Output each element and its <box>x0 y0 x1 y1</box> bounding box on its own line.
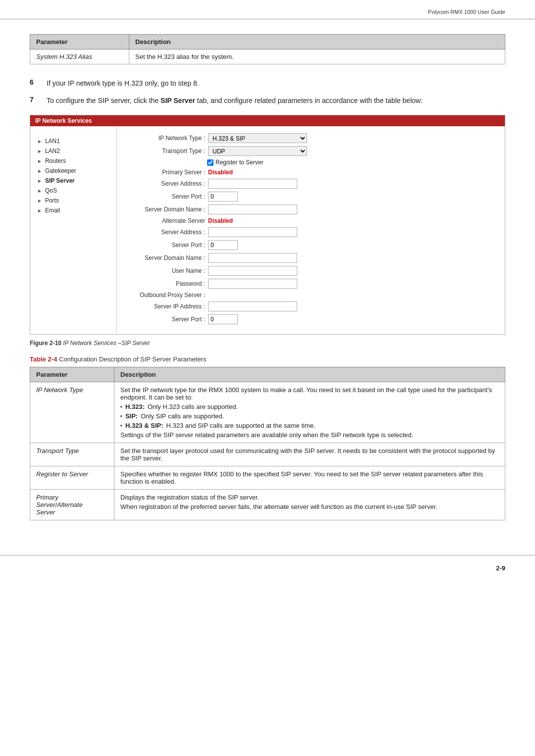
outbound-proxy-section: Outbound Proxy Server : <box>126 292 496 299</box>
figure-caption: Figure 2-10 IP Network Services –SIP Ser… <box>30 340 505 347</box>
outbound-proxy-label: Outbound Proxy Server : <box>126 292 205 299</box>
sidebar-item-gatekeeper[interactable]: ► Gatekeeper <box>35 166 111 176</box>
alternate-server-status: Disabled <box>208 217 233 224</box>
arrow-icon: ► <box>37 188 42 194</box>
dialog-main: IP Network Type : H.323 & SIP Transport … <box>117 126 505 334</box>
bullet-sip-label: SIP: <box>125 412 138 420</box>
header-title: Polycom RMX 1000 User Guide <box>428 9 505 15</box>
top-table-param: System H.323 Alias <box>30 50 129 64</box>
dialog-body: ► LAN1 ► LAN2 ► Routers ► Gatekeeper ► <box>30 126 505 334</box>
sidebar-item-label: Ports <box>45 197 59 204</box>
alt-server-port-label: Server Port : <box>126 242 205 249</box>
user-name-label: User Name : <box>126 267 205 274</box>
config-col1-header: Parameter <box>30 367 114 382</box>
sidebar-item-qos[interactable]: ► QoS <box>35 186 111 196</box>
config-desc-ip-network-type: Set the IP network type for the RMX 1000… <box>114 382 505 443</box>
bullet-h323: H.323: Only H.323 calls are supported. <box>120 403 499 410</box>
server-address-input[interactable] <box>208 179 297 189</box>
server-domain-input[interactable] <box>208 204 297 214</box>
sidebar-item-label: QoS <box>45 187 57 194</box>
bullet-sip-text: Only SIP calls are supported. <box>141 412 224 420</box>
alt-server-address-row: Server Address : <box>126 227 496 237</box>
config-desc-transport: Set the transport layer protocol used fo… <box>114 443 505 466</box>
bullet-h323-sip-text: H.323 and SIP calls are supported at the… <box>166 422 316 429</box>
alternate-server-section: Alternate Server Disabled <box>126 217 496 224</box>
config-desc-register: Specifies whether to register RMX 1000 t… <box>114 466 505 490</box>
register-to-server-label: Register to Server <box>215 159 264 166</box>
arrow-icon: ► <box>37 208 42 213</box>
step-7: 7 To configure the SIP server, click the… <box>30 96 505 106</box>
table-row: Register to Server Specifies whether to … <box>30 466 505 490</box>
sidebar-item-email[interactable]: ► Email <box>35 205 111 215</box>
server-ip-input[interactable] <box>208 302 297 311</box>
server-domain-row: Server Domain Name : <box>126 204 496 214</box>
page-content: Parameter Description System H.323 Alias… <box>0 19 535 540</box>
server-desc-2: When registration of the preferred serve… <box>120 503 499 510</box>
top-table-col2-header: Description <box>129 35 505 50</box>
table-ref: Table 2-4 <box>30 355 57 363</box>
transport-type-select[interactable]: UDP <box>208 146 307 156</box>
user-name-row: User Name : <box>126 266 496 276</box>
register-to-server-checkbox[interactable] <box>207 159 214 166</box>
transport-type-row: Transport Type : UDP <box>126 146 496 156</box>
alt-server-address-input[interactable] <box>208 227 297 237</box>
page-footer: 2-9 <box>0 555 535 581</box>
table-row: System H.323 Alias Set the H.323 alias f… <box>30 50 505 64</box>
sidebar-item-ports[interactable]: ► Ports <box>35 196 111 205</box>
password-input[interactable] <box>208 279 297 289</box>
sidebar-item-lan2[interactable]: ► LAN2 <box>35 146 111 156</box>
alt-server-port-row: Server Port : <box>126 240 496 250</box>
alt-server-domain-row: Server Domain Name : <box>126 253 496 263</box>
primary-server-section: Primary Server : Disabled <box>126 169 496 176</box>
page-number: 2-9 <box>496 564 505 572</box>
ip-network-type-desc-intro: Set the IP network type for the RMX 1000… <box>120 386 492 401</box>
alt-server-domain-input[interactable] <box>208 253 297 263</box>
server-port-row: Server Port : <box>126 192 496 202</box>
alternate-server-label: Alternate Server <box>126 217 205 224</box>
bullet-h323-text: Only H.323 calls are supported. <box>148 403 238 410</box>
server-ip-row: Server IP Address : <box>126 302 496 311</box>
server-address-row: Server Address : <box>126 179 496 189</box>
password-row: Password : <box>126 279 496 289</box>
dialog-sidebar: ► LAN1 ► LAN2 ► Routers ► Gatekeeper ► <box>30 126 117 334</box>
transport-type-label: Transport Type : <box>126 148 205 154</box>
step-6-text: If your IP network type is H.323 only, g… <box>47 78 199 89</box>
table-caption: Table 2-4 Configuration Description of S… <box>30 355 505 363</box>
alt-server-port-input[interactable] <box>208 240 238 250</box>
sidebar-item-sip-server[interactable]: ► SIP Server <box>35 176 111 186</box>
step-6-number: 6 <box>30 78 40 86</box>
alt-server-address-label: Server Address : <box>126 229 205 236</box>
user-name-input[interactable] <box>208 266 297 276</box>
server-address-label: Server Address : <box>126 180 205 187</box>
sidebar-item-label: Gatekeeper <box>45 167 76 174</box>
top-table-col1-header: Parameter <box>30 35 129 50</box>
sidebar-item-routers[interactable]: ► Routers <box>35 156 111 166</box>
page-header: Polycom RMX 1000 User Guide <box>0 0 535 19</box>
bullet-h323-sip: H.323 & SIP: H.323 and SIP calls are sup… <box>120 422 499 429</box>
ip-network-type-select[interactable]: H.323 & SIP <box>208 133 307 143</box>
top-param-table: Parameter Description System H.323 Alias… <box>30 34 505 64</box>
config-col2-header: Description <box>114 367 505 382</box>
ip-network-type-desc-footer: Settings of the SIP server related param… <box>120 431 413 439</box>
alt-server-domain-label: Server Domain Name : <box>126 254 205 261</box>
sidebar-item-lan1[interactable]: ► LAN1 <box>35 136 111 146</box>
server-desc-1: Displays the registration status of the … <box>120 494 499 501</box>
config-param-transport: Transport Type <box>30 443 114 466</box>
table-row: Primary Server/Alternate Server Displays… <box>30 490 505 520</box>
proxy-server-port-label: Server Port : <box>126 316 205 323</box>
server-port-input[interactable] <box>208 192 238 202</box>
config-param-register: Register to Server <box>30 466 114 490</box>
fig-text: IP Network Services –SIP Server <box>61 340 150 347</box>
arrow-icon: ► <box>37 198 42 203</box>
config-desc-server: Displays the registration status of the … <box>114 490 505 520</box>
ip-network-type-row: IP Network Type : H.323 & SIP <box>126 133 496 143</box>
proxy-server-port-input[interactable] <box>208 314 238 324</box>
config-param-ip-network-type: IP Network Type <box>30 382 114 443</box>
bullet-sip: SIP: Only SIP calls are supported. <box>120 412 499 420</box>
table-row: IP Network Type Set the IP network type … <box>30 382 505 443</box>
dialog-titlebar: IP Network Services <box>30 115 505 126</box>
ip-network-type-label: IP Network Type : <box>126 135 205 142</box>
sidebar-item-label: LAN1 <box>45 138 60 145</box>
top-table-desc: Set the H.323 alias for the system. <box>129 50 505 64</box>
table-row: Transport Type Set the transport layer p… <box>30 443 505 466</box>
